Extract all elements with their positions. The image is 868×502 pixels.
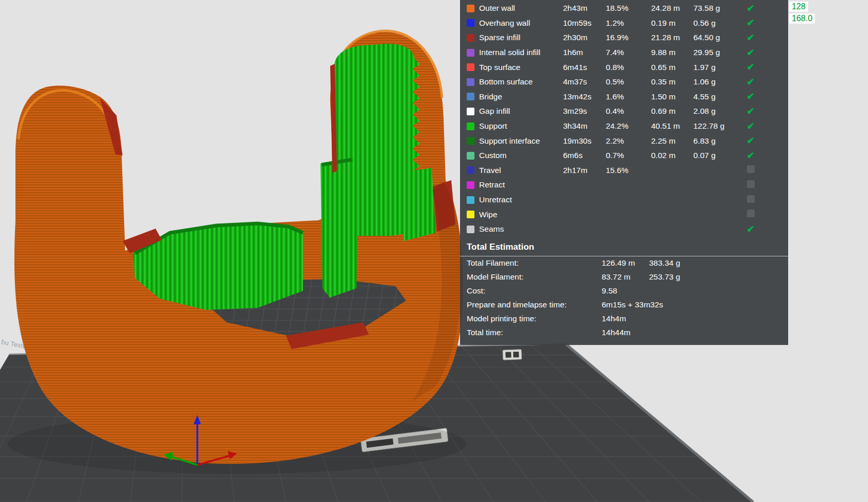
feature-length: 1.50 m [651, 92, 693, 101]
feature-weight: 0.56 g [693, 19, 745, 28]
estimation-row: Cost:9.58 [460, 284, 788, 298]
feature-time: 13m42s [563, 92, 606, 101]
feature-color-swatch [467, 123, 474, 130]
feature-length: 0.35 m [651, 77, 693, 86]
feature-percent: 0.7% [606, 151, 651, 160]
feature-percent: 18.5% [606, 4, 651, 13]
feature-label: Unretract [479, 195, 563, 204]
feature-weight: 122.78 g [693, 122, 745, 131]
estimation-label: Model printing time: [467, 314, 602, 323]
estimation-value: 83.72 m [602, 272, 649, 282]
feature-time: 6m6s [563, 151, 606, 160]
feature-row-support-interface: Support interface19m30s2.2%2.25 m6.83 g✔ [460, 133, 788, 148]
feature-visibility-toggle[interactable]: ✔ [745, 77, 756, 87]
feature-length: 0.19 m [651, 19, 693, 28]
feature-color-swatch [467, 196, 474, 204]
feature-label: Outer wall [479, 4, 563, 13]
feature-length: 0.65 m [651, 63, 693, 72]
feature-row-bottom-surface: Bottom surface4m37s0.5%0.35 m1.06 g✔ [460, 75, 788, 90]
estimation-label: Total Filament: [467, 258, 602, 268]
feature-time: 2h30m [563, 33, 606, 42]
feature-row-internal-solid-infill: Internal solid infill1h6m7.4%9.88 m29.95… [460, 45, 788, 60]
check-icon: ✔ [746, 3, 754, 13]
estimation-label: Model Filament: [467, 272, 602, 282]
feature-percent: 16.9% [606, 33, 651, 42]
feature-color-swatch [467, 63, 474, 71]
feature-percent: 7.4% [606, 48, 651, 57]
feature-percent: 2.2% [606, 136, 651, 146]
feature-length: 9.88 m [651, 48, 693, 57]
feature-row-overhang-wall: Overhang wall10m59s1.2%0.19 m0.56 g✔ [460, 16, 788, 31]
feature-visibility-toggle[interactable]: ✔ [745, 151, 756, 161]
feature-visibility-toggle[interactable]: ✔ [745, 33, 756, 43]
feature-label: Support [479, 122, 563, 131]
feature-time: 6m41s [563, 63, 606, 72]
feature-visibility-toggle[interactable] [745, 210, 756, 219]
feature-time: 1h6m [563, 48, 606, 57]
feature-time: 3m29s [563, 107, 606, 116]
estimation-row: Total time:14h44m [460, 326, 788, 340]
total-estimation-list: Total Filament:126.49 m383.34 gModel Fil… [460, 256, 788, 340]
feature-length: 21.28 m [651, 33, 693, 42]
feature-visibility-toggle[interactable]: ✔ [745, 136, 756, 146]
estimation-label: Prepare and timelapse time: [467, 300, 602, 309]
feature-percent: 1.2% [606, 19, 651, 28]
feature-color-swatch [467, 181, 474, 189]
feature-percent: 15.6% [606, 166, 651, 175]
feature-list: Outer wall2h43m18.5%24.28 m73.58 g✔Overh… [460, 1, 788, 237]
feature-row-travel: Travel2h17m15.6% [460, 163, 788, 178]
estimation-row: Model printing time:14h4m [460, 312, 788, 326]
feature-row-wipe: Wipe [460, 207, 788, 222]
feature-visibility-toggle[interactable] [745, 180, 756, 190]
feature-row-unretract: Unretract [460, 193, 788, 207]
feature-visibility-toggle[interactable]: ✔ [745, 122, 756, 131]
estimation-label: Cost: [467, 286, 602, 296]
legend-value-top: 128 [789, 2, 808, 12]
feature-visibility-toggle[interactable]: ✔ [745, 92, 756, 101]
feature-row-bridge: Bridge13m42s1.6%1.50 m4.55 g✔ [460, 90, 788, 105]
feature-time: 3h34m [563, 122, 606, 131]
check-icon: ✔ [746, 18, 754, 28]
feature-weight: 73.58 g [693, 4, 745, 13]
feature-label: Seams [479, 224, 563, 234]
feature-visibility-toggle[interactable]: ✔ [745, 107, 756, 116]
feature-time: 10m59s [563, 19, 606, 28]
feature-row-top-surface: Top surface6m41s0.8%0.65 m1.97 g✔ [460, 60, 788, 75]
estimation-value-2: 253.73 g [649, 272, 680, 282]
print-stats-panel: Outer wall2h43m18.5%24.28 m73.58 g✔Overh… [460, 0, 788, 345]
feature-visibility-toggle[interactable] [745, 195, 756, 205]
checkbox-empty-icon [747, 210, 755, 217]
estimation-value: 6m15s + 33m32s [602, 300, 649, 309]
feature-color-swatch [467, 211, 474, 218]
feature-label: Gap infill [479, 107, 563, 116]
feature-color-swatch [467, 5, 474, 12]
feature-visibility-toggle[interactable]: ✔ [745, 4, 756, 13]
feature-weight: 2.08 g [693, 107, 745, 116]
feature-visibility-toggle[interactable]: ✔ [745, 18, 756, 28]
estimation-row: Prepare and timelapse time:6m15s + 33m32… [460, 298, 788, 312]
feature-percent: 0.4% [606, 107, 651, 116]
feature-percent: 24.2% [606, 122, 651, 131]
estimation-row: Total Filament:126.49 m383.34 g [460, 256, 788, 270]
feature-weight: 0.07 g [693, 151, 745, 160]
feature-label: Bridge [479, 92, 563, 101]
feature-visibility-toggle[interactable]: ✔ [745, 62, 756, 72]
estimation-value: 9.58 [602, 286, 649, 296]
feature-color-swatch [467, 19, 474, 27]
feature-label: Overhang wall [479, 19, 563, 28]
feature-label: Travel [479, 166, 563, 175]
feature-length: 24.28 m [651, 4, 693, 13]
feature-length: 2.25 m [651, 136, 693, 146]
feature-visibility-toggle[interactable]: ✔ [745, 48, 756, 58]
check-icon: ✔ [746, 47, 754, 58]
check-icon: ✔ [746, 150, 754, 161]
feature-visibility-toggle[interactable]: ✔ [745, 224, 756, 234]
feature-color-swatch [467, 93, 474, 100]
feature-label: Wipe [479, 210, 563, 219]
feature-percent: 0.8% [606, 63, 651, 72]
check-icon: ✔ [746, 62, 754, 72]
feature-time: 2h43m [563, 4, 606, 13]
feature-visibility-toggle[interactable] [745, 165, 756, 175]
checkbox-empty-icon [747, 195, 755, 203]
estimation-value: 14h4m [602, 314, 649, 323]
